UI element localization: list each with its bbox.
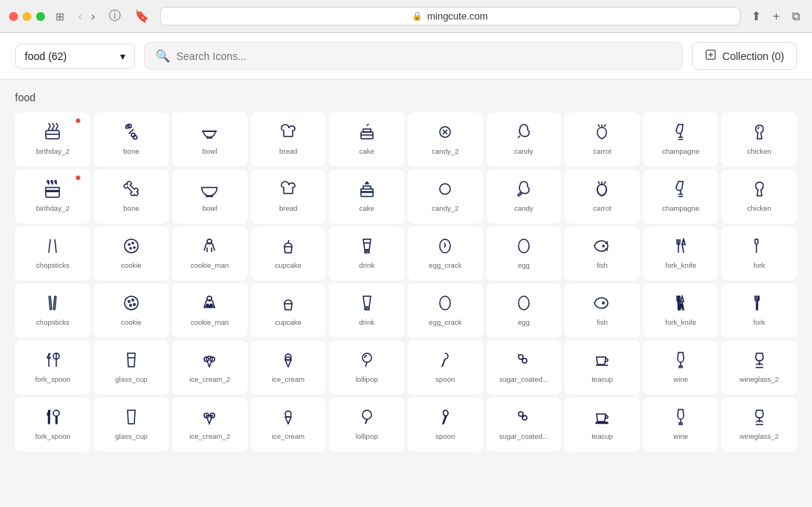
icon-cell-lollipop[interactable]: lollipop	[329, 340, 404, 394]
icon-cell-teacup[interactable]: teacup	[564, 398, 640, 452]
icon-cell-bone[interactable]: bone	[94, 112, 170, 166]
maximize-button[interactable]	[36, 12, 45, 21]
icon-label: egg_crack	[429, 318, 462, 326]
url-display: mingcute.com	[427, 10, 488, 22]
icon-cell-cookie[interactable]: cookie	[94, 226, 170, 280]
icon-cell-cake[interactable]: cake	[329, 170, 404, 224]
forward-button[interactable]: ›	[88, 8, 98, 25]
icon-cell-champagne[interactable]: champagne	[643, 170, 719, 224]
icon-label: ice_cream	[272, 375, 305, 383]
icon-label: wine	[673, 375, 688, 383]
icon-cell-birthday_2[interactable]: birthday_2	[15, 112, 91, 166]
icon-cell-candy[interactable]: candy	[486, 112, 562, 166]
fork_spoon-icon	[42, 406, 63, 428]
candy-icon	[513, 122, 534, 142]
icon-cell-fish[interactable]: fish	[564, 284, 640, 338]
icon-cell-champagne[interactable]: champagne	[643, 112, 719, 166]
birthday_2-icon	[42, 122, 63, 142]
icon-cell-fork_knife[interactable]: fork_knife	[643, 226, 719, 280]
icon-cell-wine[interactable]: wine	[643, 340, 719, 394]
collection-icon	[705, 49, 717, 63]
notification-dot	[76, 176, 80, 180]
icon-cell-birthday_2[interactable]: birthday_2	[15, 170, 91, 224]
icon-cell-bowl[interactable]: bowl	[172, 170, 248, 224]
icon-cell-cupcake[interactable]: cupcake	[251, 284, 326, 338]
icon-label: wineglass_2	[740, 432, 779, 440]
icon-cell-fork[interactable]: fork	[721, 284, 797, 338]
spoon-icon	[435, 406, 456, 428]
svg-point-19	[130, 248, 131, 249]
icon-cell-sugar_coated...[interactable]: sugar_coated...	[486, 340, 562, 394]
back-button[interactable]: ‹	[75, 8, 85, 25]
icon-cell-cookie[interactable]: cookie	[94, 284, 170, 338]
icon-cell-fork_knife[interactable]: fork_knife	[643, 284, 719, 338]
icon-cell-egg_crack[interactable]: egg_crack	[408, 226, 483, 280]
icon-cell-candy_2[interactable]: candy_2	[408, 112, 483, 166]
icon-cell-bone[interactable]: bone	[94, 170, 170, 224]
bookmark-button[interactable]: 🔖	[131, 8, 152, 25]
icon-label: cake	[359, 204, 374, 212]
icon-cell-chopsticks[interactable]: chopsticks	[15, 284, 91, 338]
chevron-down-icon: ▾	[120, 50, 125, 62]
icon-cell-carrot[interactable]: carrot	[564, 170, 640, 224]
icon-cell-teacup[interactable]: teacup	[564, 340, 640, 394]
icon-cell-ice_cream_2[interactable]: ice_cream_2	[172, 398, 248, 452]
share-button[interactable]: ⬆	[748, 8, 764, 25]
icon-cell-spoon[interactable]: spoon	[408, 398, 483, 452]
icon-cell-cookie_man[interactable]: cookie_man	[172, 226, 248, 280]
icon-cell-lollipop[interactable]: lollipop	[329, 398, 404, 452]
bread-icon	[278, 178, 299, 200]
icon-cell-glass_cup[interactable]: glass_cup	[94, 340, 170, 394]
icon-label: lollipop	[356, 375, 378, 383]
icon-label: egg_crack	[429, 261, 462, 269]
icon-cell-egg_crack[interactable]: egg_crack	[408, 284, 483, 338]
category-select[interactable]: food (62) ▾	[15, 44, 135, 69]
svg-point-17	[128, 244, 130, 245]
icon-cell-fork_spoon[interactable]: fork_spoon	[15, 340, 91, 394]
icon-cell-bowl[interactable]: bowl	[172, 112, 248, 166]
address-bar[interactable]: 🔒 mingcute.com	[160, 7, 741, 26]
fork_knife-icon	[670, 236, 691, 256]
tabs-button[interactable]: ⧉	[789, 8, 803, 25]
icon-cell-ice_cream[interactable]: ice_cream	[251, 340, 326, 394]
icon-cell-fish[interactable]: fish	[564, 226, 640, 280]
sidebar-toggle[interactable]: ⊞	[53, 9, 68, 24]
icon-cell-chicken[interactable]: chicken	[721, 112, 797, 166]
icon-cell-cake[interactable]: cake	[329, 112, 404, 166]
icon-cell-chicken[interactable]: chicken	[721, 170, 797, 224]
icon-label: chopsticks	[36, 261, 69, 269]
icon-cell-glass_cup[interactable]: glass_cup	[94, 398, 170, 452]
icon-cell-cupcake[interactable]: cupcake	[251, 226, 326, 280]
icon-cell-drink[interactable]: drink	[329, 226, 404, 280]
icon-cell-candy[interactable]: candy	[486, 170, 562, 224]
info-button[interactable]: ⓘ	[106, 7, 124, 26]
minimize-button[interactable]	[23, 12, 32, 21]
icon-cell-wineglass_2[interactable]: wineglass_2	[721, 398, 797, 452]
icon-label: candy	[514, 147, 533, 155]
close-button[interactable]	[9, 12, 18, 21]
icon-cell-wine[interactable]: wine	[643, 398, 719, 452]
cookie-icon	[121, 292, 142, 314]
new-tab-button[interactable]: +	[770, 8, 783, 25]
icon-cell-ice_cream[interactable]: ice_cream	[251, 398, 326, 452]
icon-cell-candy_2[interactable]: candy_2	[408, 170, 483, 224]
icon-cell-spoon[interactable]: spoon	[408, 340, 483, 394]
fork-icon	[749, 292, 770, 314]
icon-cell-sugar_coated...[interactable]: sugar_coated...	[486, 398, 562, 452]
search-input[interactable]	[176, 50, 672, 62]
icon-cell-carrot[interactable]: carrot	[564, 112, 640, 166]
icon-cell-fork_spoon[interactable]: fork_spoon	[15, 398, 91, 452]
icon-cell-drink[interactable]: drink	[329, 284, 404, 338]
icon-cell-egg[interactable]: egg	[486, 226, 562, 280]
icon-cell-ice_cream_2[interactable]: ice_cream_2	[172, 340, 248, 394]
collection-button[interactable]: Collection (0)	[692, 42, 797, 70]
icon-cell-fork[interactable]: fork	[721, 226, 797, 280]
icon-cell-bread[interactable]: bread	[251, 170, 326, 224]
candy-icon	[513, 178, 534, 200]
icon-cell-cookie_man[interactable]: cookie_man	[172, 284, 248, 338]
icon-cell-bread[interactable]: bread	[251, 112, 326, 166]
lollipop-icon	[356, 406, 377, 428]
icon-cell-wineglass_2[interactable]: wineglass_2	[721, 340, 797, 394]
icon-cell-chopsticks[interactable]: chopsticks	[15, 226, 91, 280]
icon-cell-egg[interactable]: egg	[486, 284, 562, 338]
